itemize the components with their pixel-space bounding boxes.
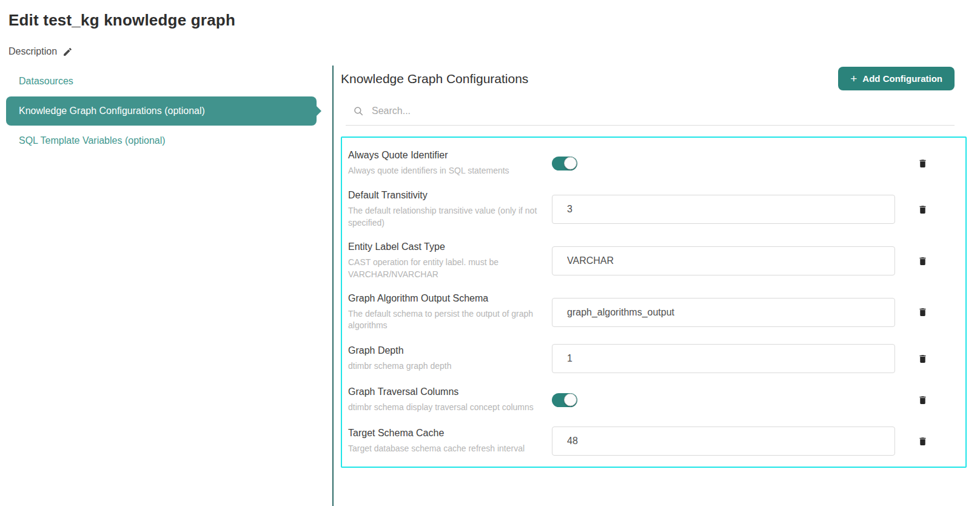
edit-description-button[interactable] [62, 47, 73, 57]
trash-icon [918, 204, 928, 215]
description-label: Description [8, 46, 57, 57]
target-schema-cache-input[interactable] [552, 427, 895, 456]
description-row: Description [8, 46, 980, 57]
sidebar-item-sql-template-variables[interactable]: SQL Template Variables (optional) [0, 127, 332, 154]
config-control [552, 344, 916, 373]
config-description: dtimbr schema graph depth [348, 360, 540, 373]
trash-icon [918, 436, 928, 447]
always-quote-identifier-toggle[interactable] [552, 157, 577, 170]
config-row-graph-algorithm-output-schema: Graph Algorithm Output Schema The defaul… [342, 287, 965, 339]
content-area: Datasources Knowledge Graph Configuratio… [0, 66, 980, 506]
selected-item-arrow-icon [316, 106, 321, 116]
default-transitivity-input[interactable] [552, 195, 895, 224]
config-label: Graph Traversal Columns dtimbr schema di… [348, 386, 552, 414]
plus-icon: + [850, 73, 857, 84]
config-description: Always quote identifiers in SQL statemen… [348, 165, 540, 177]
add-configuration-label: Add Configuration [862, 73, 942, 84]
pencil-icon [62, 47, 73, 57]
config-name: Always Quote Identifier [348, 150, 540, 161]
config-name: Entity Label Cast Type [348, 241, 540, 252]
config-row-always-quote-identifier: Always Quote Identifier Always quote ide… [342, 143, 965, 184]
search-input[interactable] [371, 105, 955, 117]
config-row-entity-label-cast-type: Entity Label Cast Type CAST operation fo… [342, 235, 965, 287]
config-row-target-schema-cache: Target Schema Cache Target database sche… [342, 420, 965, 462]
search-icon [353, 106, 364, 116]
config-description: dtimbr schema display traversal concept … [348, 402, 540, 414]
config-row-graph-traversal-columns: Graph Traversal Columns dtimbr schema di… [342, 379, 965, 420]
main-heading: Knowledge Graph Configurations [341, 72, 528, 86]
config-description: The default relationship transitive valu… [348, 205, 540, 229]
config-label: Entity Label Cast Type CAST operation fo… [348, 241, 552, 281]
config-control [552, 246, 916, 275]
graph-depth-input[interactable] [552, 344, 895, 373]
search-bar [346, 100, 955, 126]
config-label: Target Schema Cache Target database sche… [348, 428, 552, 455]
sidebar-item-datasources[interactable]: Datasources [0, 68, 332, 95]
sidebar-item-label: Knowledge Graph Configurations (optional… [19, 106, 205, 116]
config-description: The default schema to persist the output… [348, 308, 540, 332]
delete-configuration-button[interactable] [916, 352, 929, 366]
main-header: Knowledge Graph Configurations + Add Con… [341, 67, 955, 90]
trash-icon [918, 394, 928, 406]
config-control [552, 393, 916, 407]
config-name: Graph Depth [348, 345, 540, 356]
graph-algorithm-output-schema-input[interactable] [552, 298, 895, 327]
config-description: CAST operation for entity label. must be… [348, 257, 540, 281]
delete-configuration-button[interactable] [916, 305, 929, 319]
sidebar: Datasources Knowledge Graph Configuratio… [0, 66, 332, 506]
toggle-knob [564, 394, 577, 406]
config-name: Target Schema Cache [348, 428, 540, 439]
config-name: Default Transitivity [348, 190, 540, 201]
page-title: Edit test_kg knowledge graph [8, 11, 980, 30]
config-description: Target database schema cache refresh int… [348, 443, 540, 455]
config-row-default-transitivity: Default Transitivity The default relatio… [342, 184, 965, 235]
config-control [552, 157, 916, 170]
graph-traversal-columns-toggle[interactable] [552, 393, 577, 407]
entity-label-cast-type-input[interactable] [552, 246, 895, 275]
config-control [552, 195, 916, 224]
main-panel: Knowledge Graph Configurations + Add Con… [332, 66, 980, 506]
delete-configuration-button[interactable] [916, 434, 929, 448]
config-control [552, 427, 916, 456]
delete-configuration-button[interactable] [916, 254, 929, 268]
config-label: Default Transitivity The default relatio… [348, 190, 552, 229]
config-name: Graph Algorithm Output Schema [348, 293, 540, 304]
configurations-panel: Always Quote Identifier Always quote ide… [341, 137, 967, 468]
toggle-knob [564, 157, 577, 170]
add-configuration-button[interactable]: + Add Configuration [838, 67, 955, 90]
delete-configuration-button[interactable] [916, 393, 929, 407]
trash-icon [918, 158, 928, 169]
config-row-graph-depth: Graph Depth dtimbr schema graph depth [342, 338, 965, 379]
sidebar-item-kg-configurations[interactable]: Knowledge Graph Configurations (optional… [6, 96, 317, 126]
delete-configuration-button[interactable] [916, 203, 929, 217]
trash-icon [918, 255, 928, 267]
trash-icon [918, 353, 928, 365]
config-label: Always Quote Identifier Always quote ide… [348, 150, 552, 177]
config-control [552, 298, 916, 327]
config-label: Graph Depth dtimbr schema graph depth [348, 345, 552, 373]
delete-configuration-button[interactable] [916, 157, 929, 170]
config-name: Graph Traversal Columns [348, 386, 540, 397]
trash-icon [918, 306, 928, 318]
config-label: Graph Algorithm Output Schema The defaul… [348, 293, 552, 332]
